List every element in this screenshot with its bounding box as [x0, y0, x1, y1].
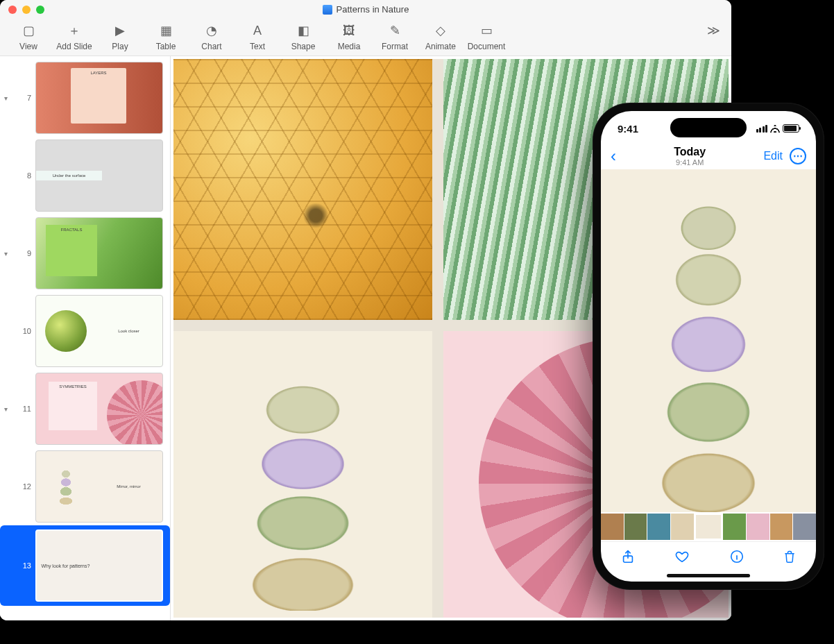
toolbar-label: Text: [250, 42, 265, 51]
toolbar-table-button[interactable]: ▦ Table: [143, 22, 189, 51]
slide-number: 8: [19, 171, 31, 180]
slide-thumbnail[interactable]: Why look for patterns?: [35, 529, 163, 602]
photo-strip-thumb[interactable]: [770, 514, 793, 540]
wifi-icon: [769, 124, 781, 133]
slide-row-12[interactable]: 12 Mirror, mirror: [0, 448, 170, 525]
chevron-right-icon: ≫: [704, 22, 723, 39]
canvas-image-sea-urchins[interactable]: [173, 331, 432, 618]
photo-strip-thumb[interactable]: [671, 514, 694, 540]
share-button[interactable]: [620, 549, 636, 568]
toolbar-label: Chart: [201, 42, 221, 51]
toolbar-label: Shape: [291, 42, 316, 51]
slide-thumbnail[interactable]: LAYERS: [35, 62, 163, 134]
slide-number: 12: [19, 482, 31, 491]
toolbar-label: Media: [338, 42, 361, 51]
toolbar-chart-button[interactable]: ◔ Chart: [189, 22, 235, 51]
shape-icon: ◧: [293, 22, 313, 39]
slide-row-9[interactable]: ▾ 9 FRACTALS: [0, 214, 170, 292]
photo-strip-thumb[interactable]: [601, 514, 624, 540]
toolbar-format-button[interactable]: ✎ Format: [372, 22, 418, 51]
slide-thumbnail[interactable]: Look closer: [35, 295, 163, 367]
toolbar-label: Add Slide: [56, 42, 92, 51]
toolbar-text-button[interactable]: A Text: [235, 22, 280, 51]
photo-sea-urchins: [622, 189, 794, 512]
toolbar-add-slide-button[interactable]: ＋ Add Slide: [51, 22, 97, 51]
favorite-button[interactable]: [674, 549, 690, 568]
table-icon: ▦: [156, 22, 176, 39]
photo-strip-thumb[interactable]: [747, 514, 769, 540]
photo-strip-thumb[interactable]: [793, 514, 816, 540]
chevron-down-icon[interactable]: ▾: [4, 94, 8, 102]
slide-row-13[interactable]: 13 Why look for patterns?: [0, 525, 170, 606]
slide-row-8[interactable]: 8 Under the surface: [0, 137, 170, 214]
chevron-down-icon[interactable]: ▾: [4, 405, 8, 413]
photo-strip-thumb[interactable]: [723, 514, 746, 540]
document-toolbar-icon: ▭: [477, 22, 496, 39]
toolbar-shape-button[interactable]: ◧ Shape: [280, 22, 326, 51]
edit-button[interactable]: Edit: [763, 150, 783, 162]
home-indicator[interactable]: [667, 574, 750, 577]
traffic-lights: [0, 6, 44, 14]
slide-row-7[interactable]: ▾ 7 LAYERS: [0, 59, 170, 137]
photo-viewer[interactable]: [601, 169, 816, 512]
format-icon: ✎: [385, 22, 405, 39]
toolbar-media-button[interactable]: 🖼 Media: [326, 22, 372, 51]
slide-thumbnail[interactable]: Mirror, mirror: [35, 450, 163, 523]
heart-icon: [674, 549, 690, 564]
toolbar-view-button[interactable]: ▢ View: [6, 22, 51, 51]
slide-row-11[interactable]: ▾ 11 SYMMETRIES: [0, 370, 170, 448]
toolbar-animate-button[interactable]: ◇ Animate: [418, 22, 463, 51]
slide-title: FRACTALS: [46, 225, 97, 276]
toolbar-label: Animate: [425, 42, 456, 51]
slide-row-10[interactable]: 10 Look closer: [0, 292, 170, 370]
slide-title: Why look for patterns?: [37, 558, 94, 574]
slide-number: 13: [19, 561, 31, 570]
view-icon: ▢: [19, 22, 38, 39]
canvas-image-honeycomb[interactable]: [173, 59, 432, 320]
nav-bar: ‹ Today 9:41 AM Edit ⋯: [601, 146, 816, 169]
delete-button[interactable]: [783, 549, 797, 568]
window-title: Patterns in Nature: [0, 4, 731, 15]
slide-title: Under the surface: [36, 171, 102, 180]
chevron-down-icon[interactable]: ▾: [4, 250, 8, 257]
slide-title: Mirror, mirror: [95, 480, 162, 493]
title-bar: Patterns in Nature: [0, 0, 731, 19]
toolbar: ▢ View ＋ Add Slide ▶ Play ▦ Table ◔ Char…: [0, 19, 731, 56]
toolbar-label: Document: [468, 42, 506, 51]
more-button[interactable]: ⋯: [790, 148, 806, 164]
toolbar-label: Table: [156, 42, 176, 51]
slide-number: 9: [19, 249, 31, 257]
slide-thumbnail[interactable]: FRACTALS: [35, 217, 163, 289]
photo-strip-thumb[interactable]: [624, 514, 647, 540]
toolbar-label: Format: [382, 42, 408, 51]
cellular-icon: [756, 125, 768, 133]
toolbar-overflow-button[interactable]: ≫: [701, 22, 726, 42]
toolbar-play-button[interactable]: ▶ Play: [97, 22, 143, 51]
slide-title: SYMMETRIES: [49, 382, 97, 430]
photo-strip-thumb[interactable]: [647, 514, 670, 540]
window-title-text: Patterns in Nature: [337, 4, 409, 15]
document-icon: [323, 5, 332, 15]
media-icon: 🖼: [339, 22, 359, 39]
slide-title: Look closer: [95, 325, 162, 337]
status-time: 9:41: [618, 123, 638, 135]
maximize-window-button[interactable]: [36, 6, 44, 14]
battery-icon: [783, 124, 799, 133]
close-window-button[interactable]: [8, 6, 17, 14]
photo-thumbnail-strip[interactable]: [601, 512, 816, 541]
info-button[interactable]: [729, 549, 744, 568]
slide-number: 7: [19, 94, 31, 102]
toolbar-document-button[interactable]: ▭ Document: [463, 22, 509, 51]
info-icon: [729, 549, 744, 564]
minimize-window-button[interactable]: [22, 6, 31, 14]
slide-thumbnail[interactable]: Under the surface: [35, 139, 163, 212]
photo-strip-thumb[interactable]: [695, 514, 722, 540]
text-icon: A: [248, 22, 267, 39]
iphone-device: 9:41 ‹ Today 9:41 AM Edit ⋯: [593, 103, 824, 590]
back-button[interactable]: ‹: [611, 146, 616, 166]
slide-navigator[interactable]: ▾ 7 LAYERS 8 Under the surface ▾ 9 FRACT…: [0, 56, 171, 620]
chart-icon: ◔: [202, 22, 221, 39]
slide-number: 10: [19, 327, 31, 335]
iphone-screen: 9:41 ‹ Today 9:41 AM Edit ⋯: [601, 111, 816, 582]
slide-thumbnail[interactable]: SYMMETRIES: [35, 373, 163, 445]
